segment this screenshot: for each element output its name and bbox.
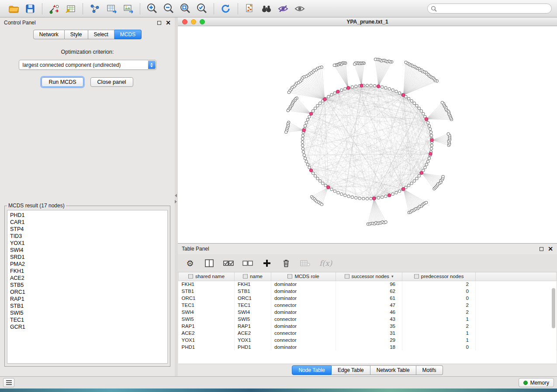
import-table-button[interactable] [64, 2, 78, 16]
table-row[interactable]: SWI5SWI5connector431 [179, 316, 557, 323]
export-network-button[interactable] [88, 2, 102, 16]
table-row[interactable]: ACE2ACE2connector311 [179, 330, 557, 337]
tab-node-table[interactable]: Node Table [292, 365, 332, 375]
collapse-right-icon[interactable] [175, 200, 177, 203]
table-toolbar: ⚙ [178, 254, 557, 272]
tab-network-table[interactable]: Network Table [370, 365, 416, 375]
zoom-out-button[interactable] [162, 2, 176, 16]
table-scrollbar[interactable] [552, 282, 556, 362]
unselect-all-button[interactable] [242, 257, 253, 269]
control-panel-titlebar: Control Panel ✕ [0, 17, 175, 28]
mcds-result-item[interactable]: PHD1 [10, 212, 165, 219]
mcds-result-item[interactable]: GCR1 [10, 323, 165, 330]
plus-icon [263, 259, 271, 267]
binoculars-icon [260, 3, 273, 15]
window-maximize-icon[interactable] [200, 19, 205, 24]
table-row[interactable]: YOX1YOX1connector291 [179, 337, 557, 344]
application-window: Control Panel ✕ NetworkStyleSelectMCDS O… [0, 0, 557, 389]
zoom-in-icon [146, 3, 158, 15]
table-row[interactable]: SWI4SWI4dominator462 [179, 309, 557, 316]
table-row[interactable]: RAP1RAP1dominator352 [179, 323, 557, 330]
function-builder-button[interactable]: f(x) [319, 257, 332, 269]
network-canvas[interactable] [178, 26, 557, 243]
mcds-result-item[interactable]: SWI5 [10, 309, 165, 316]
run-mcds-button[interactable]: Run MCDS [42, 77, 83, 87]
tab-edge-table[interactable]: Edge Table [332, 365, 370, 375]
collapse-left-icon[interactable] [175, 194, 177, 197]
menu-button[interactable] [3, 378, 14, 387]
mcds-result-item[interactable]: YOX1 [10, 240, 165, 247]
delete-column-button[interactable] [281, 257, 291, 269]
sort-chevron-icon[interactable]: ▾ [391, 274, 394, 279]
zoom-fit-button[interactable] [178, 2, 192, 16]
mcds-result-item[interactable]: STB1 [10, 303, 165, 309]
tab-network[interactable]: Network [33, 30, 65, 39]
table-row[interactable]: ORC1ORC1dominator610 [179, 295, 557, 302]
clear-table-button[interactable] [300, 257, 311, 269]
mcds-result-list[interactable]: PHD1CAR1STP4TID3YOX1SWI4SRD1PMA2FKH1ACE2… [7, 210, 168, 364]
toolbar-separator [214, 3, 214, 14]
mcds-result-item[interactable]: ORC1 [10, 289, 165, 296]
window-close-icon[interactable] [182, 19, 187, 24]
mcds-result-item[interactable]: PMA2 [10, 261, 165, 268]
table-settings-button[interactable]: ⚙ [185, 257, 195, 269]
column-type-icon [243, 274, 248, 279]
mcds-result-item[interactable]: FKH1 [10, 268, 165, 275]
hide-selected-button[interactable] [276, 2, 290, 16]
table-row[interactable]: PHD1PHD1dominator180 [179, 344, 557, 351]
table-row[interactable]: FKH1FKH1dominator962 [179, 281, 557, 288]
zoom-in-button[interactable] [145, 2, 159, 16]
scrollbar-thumb[interactable] [552, 288, 555, 328]
add-column-button[interactable] [262, 257, 272, 269]
float-table-panel-icon[interactable] [540, 247, 543, 251]
export-table-button[interactable] [104, 2, 118, 16]
table-row[interactable]: STB1STB1dominator620 [179, 288, 557, 295]
show-all-button[interactable] [293, 2, 307, 16]
export-image-button[interactable] [121, 2, 135, 16]
save-button[interactable] [23, 2, 37, 16]
mcds-result-item[interactable]: TID3 [10, 233, 165, 240]
tab-mcds[interactable]: MCDS [114, 30, 142, 39]
mcds-result-item[interactable]: RAP1 [10, 296, 165, 303]
mcds-result-item[interactable]: CAR1 [10, 219, 165, 226]
clear-table-icon [300, 260, 311, 267]
import-network-button[interactable] [47, 2, 61, 16]
column-header-predecessor-nodes[interactable]: predecessor nodes [402, 272, 476, 281]
show-columns-button[interactable] [204, 257, 214, 269]
panel-splitter[interactable] [175, 17, 178, 376]
mcds-result-item[interactable]: SWI4 [10, 247, 165, 254]
select-all-button[interactable] [223, 257, 234, 269]
mcds-result-item[interactable]: STB5 [10, 282, 165, 289]
float-panel-icon[interactable] [157, 21, 161, 25]
network-from-selection-button[interactable] [243, 2, 257, 16]
export-table-icon [106, 3, 117, 14]
mcds-result-item[interactable]: SRD1 [10, 254, 165, 261]
mcds-result-item[interactable]: STP4 [10, 226, 165, 233]
mcds-result-item[interactable]: ACE2 [10, 275, 165, 282]
find-button[interactable] [259, 2, 273, 16]
close-table-panel-icon[interactable]: ✕ [548, 246, 553, 251]
refresh-button[interactable] [219, 2, 233, 16]
column-header-successor-nodes[interactable]: successor nodes▾ [336, 272, 402, 281]
open-file-button[interactable] [7, 2, 21, 16]
tab-select[interactable]: Select [88, 30, 114, 39]
zoom-fit-icon [179, 3, 191, 15]
gear-icon: ⚙ [186, 258, 194, 268]
tab-style[interactable]: Style [65, 30, 88, 39]
tab-motifs[interactable]: Motifs [416, 365, 443, 375]
close-mcds-panel-button[interactable]: Close panel [90, 77, 133, 87]
column-header-name[interactable]: name [235, 272, 271, 281]
control-panel-title: Control Panel [4, 20, 36, 26]
column-header-shared-name[interactable]: shared name [179, 272, 235, 281]
zoom-selected-button[interactable] [195, 2, 209, 16]
close-panel-icon[interactable]: ✕ [166, 20, 171, 25]
open-folder-icon [8, 3, 19, 14]
column-header-MCDS-role[interactable]: MCDS role [271, 272, 336, 281]
search-icon [431, 6, 437, 12]
criterion-select[interactable]: largest connected component (undirected) [19, 60, 156, 70]
table-row[interactable]: TEC1TEC1connector472 [179, 302, 557, 309]
mcds-result-item[interactable]: TEC1 [10, 316, 165, 323]
search-input[interactable] [427, 3, 552, 14]
memory-button[interactable]: Memory [519, 378, 554, 387]
window-minimize-icon[interactable] [191, 19, 196, 24]
